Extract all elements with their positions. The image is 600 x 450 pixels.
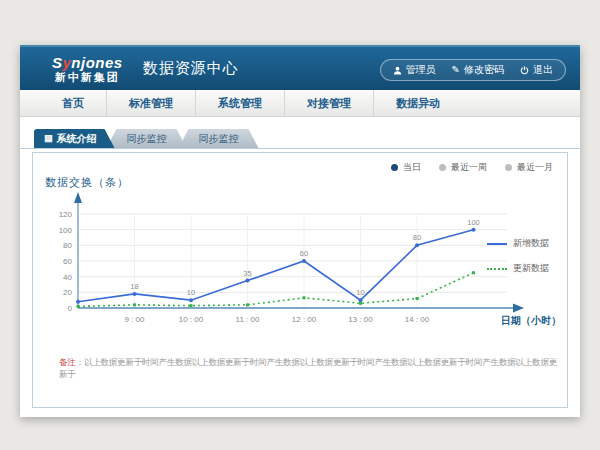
radio-dot-icon [505,164,512,171]
data-point [415,243,419,247]
content-panel: 0204060801001201810356010801009 : 0010 :… [32,152,568,408]
data-point [246,279,250,283]
brand-name: Synjones [52,55,123,70]
user-action-label: 退出 [533,63,553,77]
chart-text: 10 : 00 [179,315,204,324]
tab-1[interactable]: 同步监控 [107,129,187,148]
chart-text: 100 [59,226,73,235]
period-option-1[interactable]: 最近一周 [439,161,487,174]
chart-text: 20 [63,288,72,297]
legend-line-sample [487,243,507,245]
user-action-label: 修改密码 [464,63,504,77]
chart-text: 35 [243,269,251,278]
tab-2[interactable]: 同步监控 [179,129,259,148]
user-action-2[interactable]: 退出 [520,63,553,77]
radio-dot-icon [391,164,398,171]
user-icon [393,66,402,75]
chart-text: 11 : 00 [236,315,260,324]
period-option-label: 当日 [403,161,421,174]
nav-item-4[interactable]: 数据异动 [373,90,462,116]
chart-text: 40 [63,273,72,282]
page-title: 数据资源中心 [143,59,239,78]
data-point [472,271,475,274]
chart-text: 18 [130,282,138,291]
chart-text: 0 [68,304,73,313]
data-point [76,300,80,304]
period-option-label: 最近一周 [451,161,487,174]
chart-text: 80 [413,233,421,242]
legend-item-1[interactable]: 更新数据 [487,262,561,275]
user-action-0[interactable]: 管理员 [393,63,436,77]
period-option-0[interactable]: 当日 [391,161,421,174]
tab-label: 系统介绍 [57,132,97,146]
data-point [303,296,306,299]
data-point [472,228,476,232]
chart-legend: 新增数据更新数据 [487,237,561,275]
tab-bar: ▤系统介绍同步监控同步监控 [20,129,580,149]
chart-text: 80 [63,241,72,250]
chart-text: 10 [356,288,364,297]
chart-text: 13 : 00 [348,315,373,324]
brand-logo: Synjones 新中新集团 [52,55,123,83]
tab-label: 同步监控 [199,132,239,146]
tab-label: 同步监控 [127,132,167,146]
chart-text: 100 [467,218,480,227]
logout-icon [520,66,529,75]
radio-dot-icon [439,164,446,171]
data-point [416,297,419,300]
data-point [359,302,362,305]
user-actions-group: 管理员✎修改密码退出 [380,59,566,81]
document-icon: ▤ [44,134,53,143]
chart-text: 14 : 00 [405,315,430,324]
chart-text: 日期（小时） [501,315,561,326]
footnote-prefix: 备注 [59,357,76,367]
app-window: Synjones 新中新集团 数据资源中心 管理员✎修改密码退出 首页标准管理系… [20,45,580,417]
legend-label: 新增数据 [513,237,549,250]
brand-subtitle: 新中新集团 [52,72,123,83]
main-nav: 首页标准管理系统管理对接管理数据异动 [20,90,580,117]
data-point [190,304,193,307]
legend-item-0[interactable]: 新增数据 [487,237,561,250]
main-area: 0204060801001201810356010801009 : 0010 :… [20,149,580,408]
nav-item-1[interactable]: 标准管理 [106,90,195,116]
data-point [189,298,193,302]
chart-text: 10 [187,288,195,297]
chart-text: 12 : 00 [292,315,317,324]
data-point [246,303,249,306]
nav-item-3[interactable]: 对接管理 [284,90,373,116]
legend-label: 更新数据 [513,262,549,275]
data-point [359,298,363,302]
period-option-2[interactable]: 最近一月 [505,161,553,174]
nav-item-2[interactable]: 系统管理 [195,90,284,116]
chart-text: 120 [59,210,73,219]
legend-line-sample [487,268,507,270]
chart-text: 60 [300,249,308,258]
nav-item-0[interactable]: 首页 [40,90,106,116]
data-point [133,303,136,306]
data-point [77,305,80,308]
edit-icon: ✎ [452,65,460,75]
footnote: 备注：以上数据更新于时间产生数据以上数据更新于时间产生数据以上数据更新于时间产生… [59,357,559,381]
period-option-label: 最近一月 [517,161,553,174]
user-action-1[interactable]: ✎修改密码 [452,63,504,77]
data-point [133,292,137,296]
chart-text: 9 : 00 [124,315,145,324]
data-point [302,259,306,263]
period-filter: 当日最近一周最近一月 [391,161,553,174]
app-header: Synjones 新中新集团 数据资源中心 管理员✎修改密码退出 [20,45,580,90]
chart-text: 60 [63,257,72,266]
user-action-label: 管理员 [406,63,436,77]
tab-0[interactable]: ▤系统介绍 [34,129,115,148]
y-axis-label: 数据交换（条） [45,175,129,190]
footnote-text: ：以上数据更新于时间产生数据以上数据更新于时间产生数据以上数据更新于时间产生数据… [59,357,557,379]
